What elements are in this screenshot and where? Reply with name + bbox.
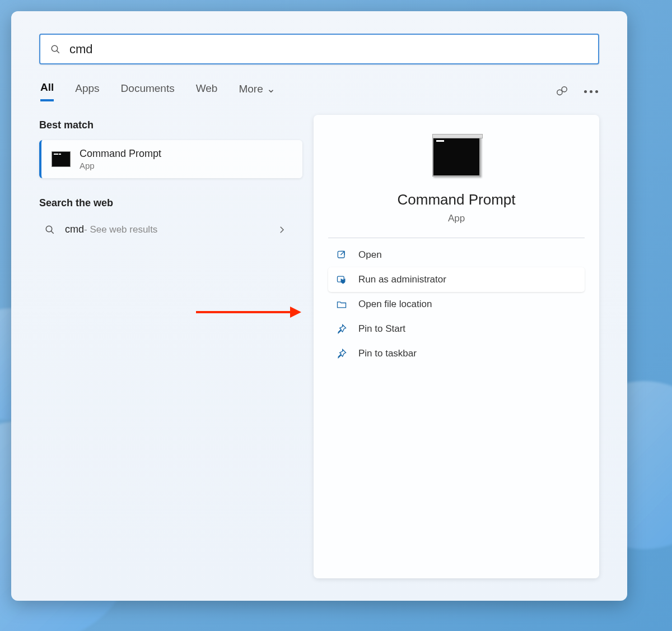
best-match-heading: Best match <box>39 119 302 131</box>
chevron-right-icon <box>277 225 287 235</box>
web-search-result[interactable]: cmd - See web results <box>39 216 302 243</box>
preview-title: Command Prompt <box>398 191 516 208</box>
open-icon <box>336 249 347 261</box>
best-match-result[interactable]: Command Prompt App <box>39 140 302 178</box>
svg-point-3 <box>562 87 567 92</box>
command-prompt-large-icon <box>432 136 480 177</box>
divider <box>328 238 585 238</box>
search-panel: All Apps Documents Web More⌄ Best match … <box>11 11 627 601</box>
svg-point-0 <box>52 45 58 52</box>
result-title: Command Prompt <box>80 148 161 160</box>
pin-icon <box>336 323 347 335</box>
web-query: cmd <box>65 224 84 235</box>
more-options-icon[interactable] <box>584 90 598 93</box>
action-open-file-location[interactable]: Open file location <box>328 292 585 317</box>
filter-tabs: All Apps Documents Web More⌄ <box>39 81 599 101</box>
svg-point-2 <box>557 90 562 95</box>
action-pin-to-taskbar[interactable]: Pin to taskbar <box>328 341 585 366</box>
chevron-down-icon: ⌄ <box>267 83 276 95</box>
preview-subtitle: App <box>448 213 465 224</box>
web-section-heading: Search the web <box>39 197 302 209</box>
tab-web[interactable]: Web <box>196 82 218 100</box>
search-input-container[interactable] <box>39 34 599 64</box>
pin-icon <box>336 348 347 359</box>
search-icon <box>45 225 55 235</box>
action-open[interactable]: Open <box>328 243 585 267</box>
action-pin-to-start[interactable]: Pin to Start <box>328 317 585 341</box>
search-input[interactable] <box>69 42 588 57</box>
svg-line-1 <box>57 50 59 53</box>
svg-line-7 <box>340 251 344 255</box>
chat-icon[interactable] <box>556 85 568 98</box>
action-list: Open Run as administrator Open file loca… <box>328 243 585 366</box>
result-subtitle: App <box>80 161 161 170</box>
folder-icon <box>336 299 347 310</box>
preview-pane: Command Prompt App Open Run as administr… <box>314 115 599 578</box>
command-prompt-icon <box>52 151 71 167</box>
svg-line-5 <box>51 231 54 234</box>
tab-more[interactable]: More⌄ <box>239 82 275 101</box>
admin-shield-icon <box>336 274 347 285</box>
web-suffix: - See web results <box>84 224 157 235</box>
action-run-as-administrator[interactable]: Run as administrator <box>328 267 585 292</box>
tab-all[interactable]: All <box>40 81 54 101</box>
tab-documents[interactable]: Documents <box>121 82 175 100</box>
search-icon <box>50 44 60 54</box>
tab-apps[interactable]: Apps <box>75 82 99 100</box>
svg-point-4 <box>46 226 52 232</box>
